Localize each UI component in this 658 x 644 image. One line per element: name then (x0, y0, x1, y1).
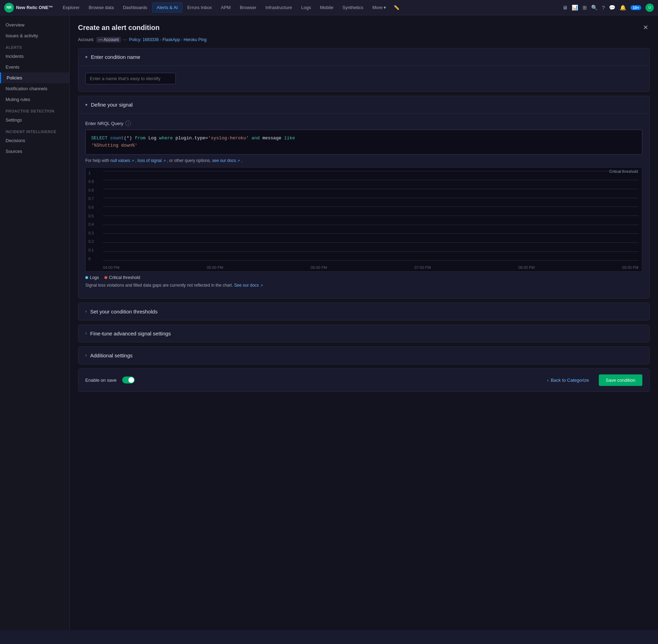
layout: Overview Issues & activity ALERTS Incide… (0, 15, 658, 630)
nrql-query-box[interactable]: SELECT count(*) from Log where plugin.ty… (85, 130, 642, 155)
breadcrumb: Account: — Account — Policy: 1683336 - F… (78, 37, 650, 42)
additional-chevron-icon: › (85, 353, 87, 358)
sidebar-item-issues-activity[interactable]: Issues & activity (0, 30, 69, 41)
nrql-info-icon[interactable]: i (125, 121, 131, 126)
sidebar-item-overview[interactable]: Overview (0, 20, 69, 30)
signal-chart-container: Critical threshold 1 0.9 0.8 0.7 0.6 0.5… (85, 167, 642, 288)
sidebar-section-alerts: ALERTS (0, 41, 69, 51)
x-label-9pm: 09:00 PM (622, 265, 639, 270)
bottom-actions: Enable on save ‹ Back to Categorize Save… (78, 368, 650, 392)
legend-threshold-dot (104, 276, 107, 279)
additional-section: › Additional settings (78, 347, 650, 364)
brand-logo: NR (4, 3, 14, 13)
back-to-categorize-button[interactable]: ‹ Back to Categorize (543, 375, 593, 386)
back-arrow-icon: ‹ (547, 378, 549, 383)
close-button[interactable]: ✕ (642, 22, 650, 33)
advanced-title: Fine-tune advanced signal settings (90, 331, 171, 336)
sidebar-item-notification-channels[interactable]: Notification channels (0, 83, 69, 94)
nav-errors-inbox[interactable]: Errors Inbox (183, 3, 216, 12)
signal-header[interactable]: ▾ Define your signal (78, 96, 649, 114)
query-from-kw: from (135, 135, 146, 141)
chart-docs-link[interactable]: See our docs ↗ (234, 283, 263, 288)
bell-icon[interactable]: 🔔 (620, 5, 626, 11)
sidebar-item-settings[interactable]: Settings (0, 115, 69, 125)
nav-apm[interactable]: APM (217, 3, 235, 12)
nrql-help-text: For help with null values ↗ , loss of si… (85, 158, 642, 163)
sidebar-item-muting-rules[interactable]: Muting rules (0, 94, 69, 105)
condition-name-header[interactable]: ▾ Enter condition name (78, 48, 649, 66)
additional-title: Additional settings (90, 352, 133, 358)
chart-note: Signal loss violations and filled data g… (85, 283, 642, 288)
legend-logs: Logs (85, 275, 99, 280)
nav-right: 🖥 📊 ⊞ 🔍 ? 💬 🔔 10+ U (562, 3, 654, 12)
x-label-5pm: 05:00 PM (207, 265, 223, 270)
grid-icon[interactable]: ⊞ (582, 5, 587, 11)
y-label-03: 0.3 (88, 231, 94, 235)
sidebar-item-events[interactable]: Events (0, 62, 69, 72)
sidebar-section-incident-intelligence: INCIDENT INTELLIGENCE (0, 125, 69, 135)
null-values-link[interactable]: null values ↗ (110, 158, 135, 163)
nav-explorer[interactable]: Explorer (58, 3, 84, 12)
grid-line-5 (103, 207, 639, 207)
brand[interactable]: NR New Relic ONE™ (4, 3, 53, 13)
enable-on-save-toggle[interactable] (122, 377, 135, 383)
chart-icon[interactable]: 📊 (572, 5, 578, 11)
query-string-value: '%Shutting down%' (91, 143, 138, 148)
chart-grid (103, 171, 639, 261)
query-and-kw: and (251, 135, 259, 141)
user-avatar[interactable]: U (645, 3, 654, 12)
breadcrumb-separator: — (123, 37, 127, 42)
legend-logs-dot (85, 276, 88, 279)
monitor-icon[interactable]: 🖥 (562, 5, 567, 10)
grid-line-3 (103, 189, 639, 189)
grid-line-9 (103, 242, 639, 243)
nav-infrastructure[interactable]: Infrastructure (261, 3, 296, 12)
x-label-6pm: 06:00 PM (311, 265, 327, 270)
grid-line-8 (103, 233, 639, 234)
enable-on-save-label: Enable on save (85, 378, 117, 383)
additional-header[interactable]: › Additional settings (78, 347, 649, 364)
nav-alerts-ai[interactable]: Alerts & AI (152, 2, 182, 13)
y-label-06: 0.6 (88, 205, 94, 209)
help-icon[interactable]: ? (602, 5, 605, 10)
nav-mobile[interactable]: Mobile (316, 3, 337, 12)
thresholds-header[interactable]: › Set your condition thresholds (78, 303, 649, 320)
nav-logs[interactable]: Logs (297, 3, 315, 12)
nav-more[interactable]: More ▾ (368, 3, 390, 12)
sidebar-item-sources[interactable]: Sources (0, 146, 69, 157)
grid-line-7 (103, 225, 639, 225)
y-label-08: 0.8 (88, 188, 94, 192)
legend-logs-label: Logs (90, 275, 99, 280)
condition-name-input[interactable] (85, 73, 176, 84)
grid-line-2 (103, 180, 639, 180)
y-label-02: 0.2 (88, 239, 94, 243)
save-condition-button[interactable]: Save condition (599, 374, 642, 386)
nav-dashboards[interactable]: Dashboards (119, 3, 151, 12)
nav-browser[interactable]: Browser (236, 3, 261, 12)
null-values-ext-icon: ↗ (131, 159, 134, 163)
grid-line-10 (103, 251, 639, 252)
loss-of-signal-link[interactable]: loss of signal ↗ (138, 158, 167, 163)
chart-x-labels: 04:00 PM 05:00 PM 06:00 PM 07:00 PM 08:0… (103, 265, 639, 270)
query-count-func: count (110, 135, 124, 141)
condition-name-body (78, 66, 649, 91)
y-label-05: 0.5 (88, 214, 94, 218)
nav-synthetics[interactable]: Synthetics (338, 3, 367, 12)
loss-signal-ext-icon: ↗ (163, 159, 166, 163)
chat-icon[interactable]: 💬 (609, 5, 616, 11)
sidebar-item-incidents[interactable]: Incidents (0, 51, 69, 62)
y-label-1: 1 (88, 171, 94, 175)
see-docs-link[interactable]: see our docs ↗ (212, 158, 241, 163)
nav-browse-data[interactable]: Browse data (85, 3, 118, 12)
notification-badge: 10+ (630, 5, 641, 10)
search-icon[interactable]: 🔍 (591, 5, 598, 11)
advanced-chevron-icon: › (85, 331, 87, 336)
grid-line-6 (103, 216, 639, 216)
sidebar-item-policies[interactable]: Policies (0, 72, 69, 83)
legend-critical-threshold: Critical threshold (104, 275, 140, 280)
breadcrumb-policy-link[interactable]: Policy: 1683336 - FlaskApp - Heroku Ping (129, 37, 207, 42)
edit-nav-icon[interactable]: ✏️ (394, 5, 399, 10)
sidebar-item-decisions[interactable]: Decisions (0, 135, 69, 146)
advanced-header[interactable]: › Fine-tune advanced signal settings (78, 325, 649, 342)
x-label-8pm: 08:00 PM (518, 265, 535, 270)
